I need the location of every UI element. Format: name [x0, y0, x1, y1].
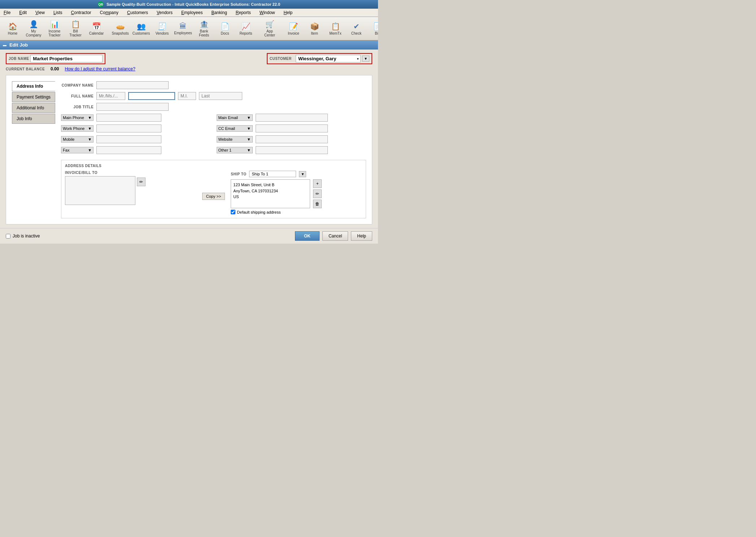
- name-prefix-input[interactable]: [96, 92, 125, 100]
- mobile-input[interactable]: [96, 135, 161, 143]
- job-name-label: JOB NAME: [9, 57, 29, 61]
- main-phone-input[interactable]: [96, 114, 161, 122]
- ship-address-delete-button[interactable]: 🗑: [313, 200, 322, 208]
- ship-address-edit-button[interactable]: ✏: [313, 189, 322, 198]
- toolbar-reports[interactable]: 📈 Reports: [236, 21, 256, 37]
- main-email-input[interactable]: [256, 114, 328, 122]
- main-email-row: Main Email ▼: [217, 114, 366, 122]
- invoice-bill-to-label: INVOICE/BILL TO: [65, 171, 196, 175]
- incometracker-icon: 📊: [50, 20, 59, 29]
- default-shipping-checkbox[interactable]: [231, 210, 235, 214]
- toolbar-invoice-label: Invoice: [288, 31, 299, 35]
- main-phone-arrow: ▼: [88, 115, 92, 120]
- toolbar-check[interactable]: ✔ Check: [347, 21, 366, 37]
- balance-label: CURRENT BALANCE: [6, 67, 45, 71]
- home-icon: 🏠: [8, 22, 17, 31]
- toolbar-incometracker[interactable]: 📊 Income Tracker: [45, 18, 64, 39]
- toolbar-snapshots[interactable]: 🥧 Snapshots: [110, 21, 130, 37]
- tab-additional-info[interactable]: Additional Info: [12, 103, 55, 113]
- calendar-icon: 📅: [92, 22, 101, 31]
- job-title-row: JOB TITLE: [61, 103, 366, 111]
- tab-address-info[interactable]: Address Info: [12, 81, 55, 91]
- fax-dropdown[interactable]: Fax ▼: [61, 147, 94, 153]
- work-phone-dropdown[interactable]: Work Phone ▼: [61, 125, 94, 132]
- mycompany-icon: 👤: [29, 20, 38, 29]
- billtracker-icon: 📋: [71, 20, 80, 29]
- copy-button[interactable]: Copy >>: [202, 193, 225, 200]
- toolbar-bill[interactable]: 📄 Bill: [368, 21, 378, 37]
- window-title-bar: ▬ Edit Job: [0, 41, 378, 49]
- menu-customers[interactable]: Customers: [125, 9, 150, 16]
- website-label: Website: [218, 137, 233, 141]
- job-name-input[interactable]: [30, 55, 103, 62]
- toolbar-bill-label: Bill: [375, 31, 378, 35]
- menu-help[interactable]: Help: [282, 9, 295, 16]
- toolbar-vendors-label: Vendors: [156, 31, 169, 35]
- toolbar-vendors[interactable]: 🧾 Vendors: [152, 21, 172, 37]
- name-middle-input[interactable]: [178, 92, 196, 100]
- toolbar-docs[interactable]: 📄 Docs: [215, 21, 235, 37]
- main-email-dropdown[interactable]: Main Email ▼: [217, 114, 253, 121]
- mobile-label: Mobile: [63, 137, 74, 141]
- toolbar-appcenter[interactable]: 🛒 App Center: [260, 18, 279, 39]
- cc-email-dropdown[interactable]: CC Email ▼: [217, 125, 253, 132]
- toolbar-employees-label: Employees: [174, 31, 192, 35]
- cc-email-input[interactable]: [256, 125, 328, 132]
- other1-input[interactable]: [256, 146, 328, 154]
- toolbar-memtx[interactable]: 📋 MemTx: [326, 21, 345, 37]
- ship-address-add-button[interactable]: +: [313, 179, 322, 188]
- job-title-input[interactable]: [96, 103, 169, 111]
- toolbar-customers[interactable]: 👥 Customers: [131, 21, 151, 37]
- mobile-dropdown[interactable]: Mobile ▼: [61, 136, 94, 143]
- invoice-bill-to-textarea[interactable]: [65, 176, 135, 205]
- customer-input[interactable]: [296, 55, 361, 62]
- website-dropdown[interactable]: Website ▼: [217, 136, 253, 143]
- customers-icon: 👥: [137, 22, 146, 31]
- name-first-input[interactable]: [128, 92, 175, 100]
- toolbar-invoice[interactable]: 📝 Invoice: [284, 21, 303, 37]
- other1-dropdown[interactable]: Other 1 ▼: [217, 147, 253, 153]
- balance-link[interactable]: How do I adjust the current balance?: [65, 66, 135, 71]
- menu-banking[interactable]: Banking: [209, 9, 229, 16]
- menu-vendors[interactable]: Vendors: [155, 9, 175, 16]
- tab-job-info[interactable]: Job Info: [12, 114, 55, 124]
- company-name-input[interactable]: [96, 81, 169, 89]
- menu-edit[interactable]: Edit: [17, 9, 29, 16]
- menu-view[interactable]: View: [33, 9, 47, 16]
- toolbar-item-label: Item: [311, 31, 318, 35]
- menu-file[interactable]: File: [1, 9, 13, 16]
- toolbar-billtracker[interactable]: 📋 Bill Tracker: [66, 18, 85, 39]
- help-button[interactable]: Help: [351, 231, 372, 241]
- ship-to-select[interactable]: [249, 171, 296, 177]
- main-phone-label: Main Phone: [63, 115, 84, 120]
- fax-input[interactable]: [96, 146, 161, 154]
- reports-icon: 📈: [242, 22, 251, 31]
- menu-lists[interactable]: Lists: [51, 9, 65, 16]
- menu-window[interactable]: Window: [257, 9, 277, 16]
- menu-employees[interactable]: Employees: [179, 9, 205, 16]
- toolbar-item[interactable]: 📦 Item: [305, 21, 324, 37]
- bankfeeds-icon: 🏦: [200, 20, 209, 29]
- tab-payment-settings[interactable]: Payment Settings: [12, 92, 55, 102]
- inactive-checkbox[interactable]: [6, 234, 10, 239]
- ship-to-dropdown-button[interactable]: ▼: [299, 171, 306, 177]
- invoice-edit-button[interactable]: ✏: [137, 178, 145, 186]
- menu-company[interactable]: Company: [98, 9, 121, 16]
- minimize-icon[interactable]: ▬: [3, 43, 6, 47]
- cancel-button[interactable]: Cancel: [322, 231, 348, 241]
- name-last-input[interactable]: [199, 92, 242, 100]
- ok-button[interactable]: OK: [295, 231, 320, 241]
- toolbar-employees[interactable]: 🏛 Employees: [173, 21, 193, 36]
- website-input[interactable]: [256, 135, 328, 143]
- main-phone-dropdown[interactable]: Main Phone ▼: [61, 114, 94, 121]
- toolbar-calendar[interactable]: 📅 Calendar: [87, 21, 106, 37]
- work-phone-input[interactable]: [96, 125, 161, 132]
- toolbar-mycompany[interactable]: 👤 My Company: [24, 18, 43, 39]
- customer-dropdown-button[interactable]: ▼: [362, 56, 369, 62]
- menu-reports[interactable]: Reports: [234, 9, 253, 16]
- work-phone-row: Work Phone ▼: [61, 125, 210, 132]
- toolbar-bankfeeds[interactable]: 🏦 Bank Feeds: [194, 18, 214, 39]
- menu-contractor[interactable]: Contractor: [69, 9, 94, 16]
- invoice-bill-to-col: INVOICE/BILL TO ✏: [65, 171, 196, 214]
- toolbar-home[interactable]: 🏠 Home: [3, 21, 22, 37]
